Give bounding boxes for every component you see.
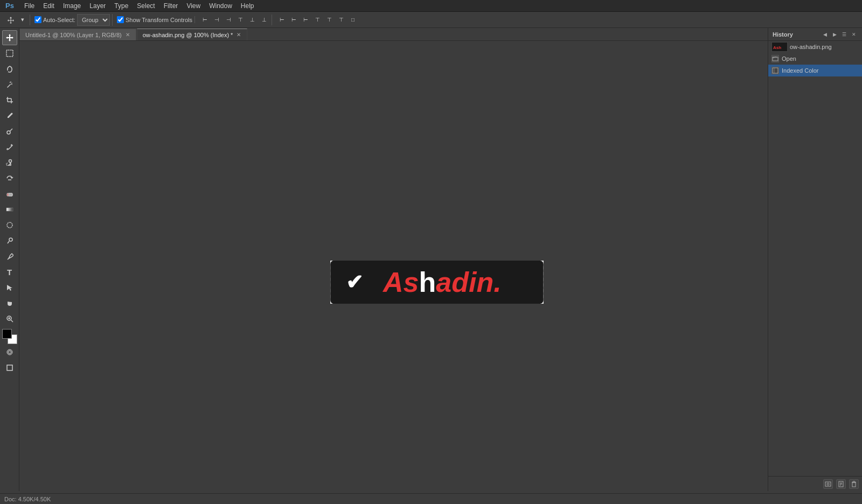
crop-tool[interactable] (2, 93, 17, 108)
snapshot-thumbnail: Ash (771, 42, 788, 52)
align-center-vertical-icon[interactable]: ⊣ (211, 15, 222, 25)
logo-text: Ashadin. (383, 268, 502, 296)
menu-view[interactable]: View (183, 1, 204, 11)
menu-filter[interactable]: Filter (160, 1, 182, 11)
dodge-tool[interactable] (2, 233, 17, 248)
blur-tool[interactable] (2, 218, 17, 233)
clone-stamp-tool[interactable] (2, 155, 17, 170)
delete-history-state-button[interactable] (849, 479, 859, 489)
marquee-tool[interactable] (2, 46, 17, 61)
svg-point-15 (9, 160, 11, 163)
pen-tool[interactable] (2, 249, 17, 264)
tab-ow-ashadin[interactable]: ow-ashadin.png @ 100% (Index) * ✕ (137, 29, 248, 40)
canvas-area: Untitled-1 @ 100% (Layer 1, RGB/8) ✕ ow-… (19, 28, 768, 491)
logo-text-area: Ashadin. (379, 268, 543, 296)
history-panel-back[interactable]: ◀ (821, 31, 829, 38)
new-snapshot-button[interactable] (823, 479, 833, 489)
screen-mode[interactable] (2, 360, 17, 375)
spot-healing-brush-tool[interactable] (2, 124, 17, 139)
history-panel-title: History (773, 31, 793, 38)
svg-marker-0 (8, 17, 14, 24)
auto-select-checkbox[interactable] (34, 16, 41, 23)
svg-point-37 (827, 483, 829, 485)
auto-select-dropdown[interactable]: Group Layer (77, 14, 110, 26)
canvas-workspace[interactable]: ✔ Ashadin. (19, 41, 768, 491)
doc-info: Doc: 4.50K/4.50K (4, 496, 51, 502)
foreground-color-swatch[interactable] (2, 329, 12, 339)
ps-logo: Ps (2, 2, 17, 10)
move-tool[interactable] (2, 30, 17, 45)
history-snapshot-row[interactable]: Ash ow-ashadin.png (768, 41, 862, 53)
tab-untitled[interactable]: Untitled-1 @ 100% (Layer 1, RGB/8) ✕ (19, 29, 136, 40)
auto-select-label: Auto-Select: (34, 16, 75, 23)
left-tool-panel: T (0, 28, 19, 491)
menu-help[interactable]: Help (237, 1, 258, 11)
show-transform-label: Show Transform Controls (117, 16, 192, 23)
toolbar-dropdown-arrow[interactable]: ▾ (18, 15, 27, 25)
status-bar: Doc: 4.50K/4.50K (0, 493, 862, 504)
more-options-icon[interactable]: □ (347, 15, 358, 25)
menu-image[interactable]: Image (59, 1, 85, 11)
gradient-tool[interactable] (2, 202, 17, 217)
menu-select[interactable]: Select (133, 1, 158, 11)
history-panel-menu[interactable]: ☰ (840, 31, 848, 38)
history-item-open-icon (771, 55, 779, 62)
distribute-center-h-icon[interactable]: ⊤ (324, 15, 335, 25)
color-swatches[interactable] (2, 329, 17, 344)
canvas-image: ✔ Ashadin. (330, 261, 543, 304)
history-item-indexed-color[interactable]: Indexed Color (768, 65, 862, 76)
text-tool[interactable]: T (2, 264, 17, 279)
eyedropper-tool[interactable] (2, 108, 17, 123)
align-left-icon[interactable]: ⊢ (199, 15, 210, 25)
distribute-top-icon[interactable]: ⊤ (312, 15, 323, 25)
svg-marker-23 (7, 285, 12, 291)
menu-edit[interactable]: Edit (39, 1, 58, 11)
tab-close-untitled[interactable]: ✕ (125, 31, 130, 38)
distribute-left-icon[interactable]: ⊢ (276, 15, 287, 25)
canvas-container: ✔ Ashadin. (330, 261, 543, 304)
lasso-tool[interactable] (2, 61, 17, 76)
history-panel-controls: ◀ ▶ ☰ ✕ (821, 31, 858, 38)
brush-tool[interactable] (2, 139, 17, 155)
align-bottom-icon[interactable]: ⊥ (259, 15, 269, 25)
quick-mask-mode[interactable] (2, 345, 17, 360)
path-selection-tool[interactable] (2, 280, 17, 295)
svg-rect-34 (773, 68, 778, 73)
history-panel-header: History ◀ ▶ ☰ ✕ (768, 28, 862, 41)
distribute-center-v-icon[interactable]: ⊢ (288, 15, 299, 25)
options-toolbar: ▾ Auto-Select: Group Layer Show Transfor… (0, 12, 862, 28)
history-panel-forward[interactable]: ▶ (831, 31, 838, 38)
eraser-tool[interactable] (2, 186, 17, 201)
move-tool-indicator (5, 15, 16, 25)
history-brush-tool[interactable] (2, 171, 17, 186)
hand-tool[interactable] (2, 296, 17, 311)
magic-wand-tool[interactable] (2, 77, 17, 92)
history-item-open[interactable]: Open (768, 53, 862, 65)
menu-layer[interactable]: Layer (86, 1, 109, 11)
menu-type[interactable]: Type (110, 1, 132, 11)
tab-close-ow-ashadin[interactable]: ✕ (236, 31, 241, 38)
align-top-icon[interactable]: ⊤ (235, 15, 246, 25)
svg-rect-18 (6, 208, 13, 211)
distribute-right-icon[interactable]: ⊢ (300, 15, 311, 25)
new-document-from-history-button[interactable] (836, 479, 846, 489)
menu-file[interactable]: File (20, 1, 38, 11)
svg-point-20 (9, 238, 12, 241)
align-right-icon[interactable]: ⊣ (223, 15, 234, 25)
history-panel-footer (768, 476, 862, 491)
history-item-open-label: Open (782, 55, 796, 62)
snapshot-label: ow-ashadin.png (790, 44, 832, 50)
svg-rect-17 (9, 193, 12, 196)
svg-line-21 (8, 241, 9, 243)
svg-line-13 (10, 129, 12, 131)
logo-text-adin: adin. (436, 267, 501, 298)
menu-window[interactable]: Window (205, 1, 236, 11)
history-panel-close[interactable]: ✕ (850, 31, 858, 38)
logo-artwork: ✔ Ashadin. (330, 261, 543, 304)
align-center-horizontal-icon[interactable]: ⊥ (247, 15, 258, 25)
svg-text:Ash: Ash (773, 45, 781, 50)
distribute-bottom-icon[interactable]: ⊤ (336, 15, 346, 25)
zoom-tool[interactable] (2, 311, 17, 326)
history-panel: History ◀ ▶ ☰ ✕ Ash ow-ashadin.png (768, 28, 862, 491)
show-transform-checkbox[interactable] (117, 16, 124, 23)
